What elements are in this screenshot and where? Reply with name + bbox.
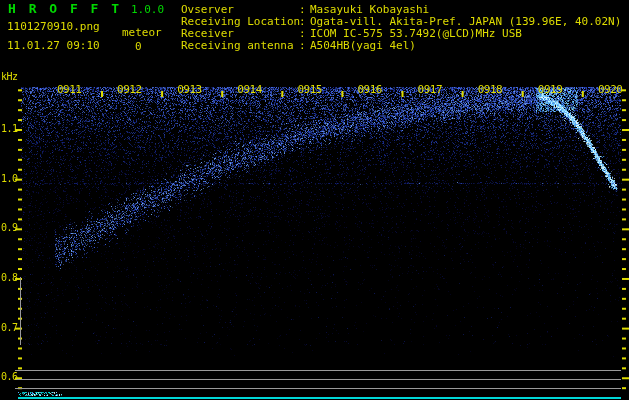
time-tick-label: 0915 bbox=[297, 84, 322, 95]
receiver-value: ICOM IC-575 53.7492(@LCD)MHz USB bbox=[310, 28, 522, 39]
info-label: Ovserver bbox=[181, 4, 234, 15]
app-version: 1.0.0 bbox=[131, 4, 164, 15]
app-title: H R O F F T bbox=[8, 2, 122, 15]
time-tick-label: 0918 bbox=[478, 84, 503, 95]
info-label: Receiving antenna bbox=[181, 40, 294, 51]
time-tick-label: 0916 bbox=[358, 84, 383, 95]
antenna-value: A504HB(yagi 4el) bbox=[310, 40, 416, 51]
info-label: Receiving Location bbox=[181, 16, 300, 27]
info-colon: : bbox=[299, 40, 306, 51]
output-filename: 1101270910.png bbox=[7, 21, 100, 32]
freq-tick-label: 0.9 bbox=[1, 223, 18, 233]
time-tick-label: 0917 bbox=[418, 84, 443, 95]
info-colon: : bbox=[299, 4, 306, 15]
freq-tick-label: 1.1 bbox=[1, 124, 18, 134]
mode-label: meteor bbox=[122, 27, 162, 38]
location-value: Ogata-vill. Akita-Pref. JAPAN (139.96E, … bbox=[310, 16, 621, 27]
time-tick-label: 0919 bbox=[538, 84, 563, 95]
datetime-label: 11.01.27 09:10 bbox=[7, 40, 100, 51]
freq-tick-label: 0.6 bbox=[1, 372, 18, 382]
spectrogram-canvas bbox=[0, 0, 629, 400]
info-colon: : bbox=[299, 16, 306, 27]
freq-tick-label: 1.0 bbox=[1, 174, 18, 184]
freq-tick-label: 0.7 bbox=[1, 323, 18, 333]
time-tick-label: 0912 bbox=[117, 84, 142, 95]
time-tick-label: 0911 bbox=[57, 84, 82, 95]
freq-tick-label: 0.8 bbox=[1, 273, 18, 283]
y-axis-unit-label: kHz bbox=[1, 72, 18, 82]
observer-value: Masayuki Kobayashi bbox=[310, 4, 429, 15]
hrofft-window: H R O F F T 1.0.0 1101270910.png meteor … bbox=[0, 0, 629, 400]
time-tick-label: 0914 bbox=[237, 84, 262, 95]
time-tick-label: 0913 bbox=[177, 84, 202, 95]
echo-count: 0 bbox=[135, 41, 142, 52]
info-label: Receiver bbox=[181, 28, 234, 39]
info-colon: : bbox=[299, 28, 306, 39]
time-tick-label: 0920 bbox=[598, 84, 623, 95]
